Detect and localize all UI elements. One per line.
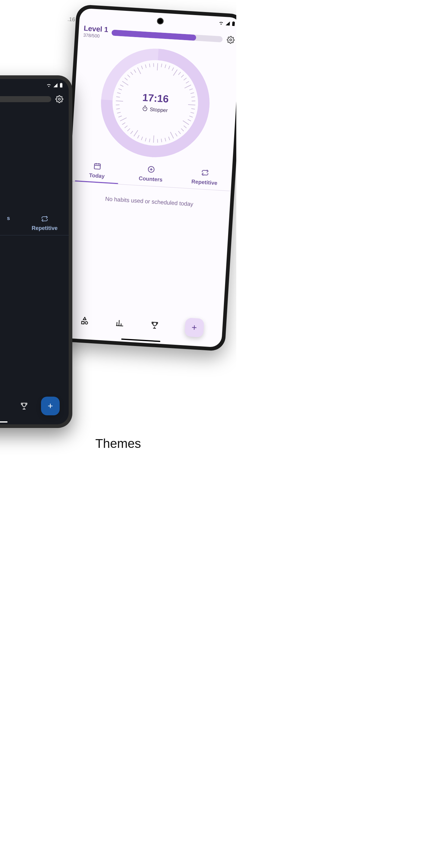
wifi-icon bbox=[46, 83, 51, 89]
settings-button[interactable] bbox=[55, 95, 64, 104]
repeat-icon bbox=[41, 215, 48, 224]
tab-today[interactable]: Today bbox=[70, 158, 125, 184]
phone-dark-screen: 5 per s Repetitive cheduled today bbox=[0, 79, 69, 424]
repeat-icon bbox=[201, 168, 209, 179]
nav-shapes[interactable] bbox=[80, 316, 90, 326]
scrap-text: .16 bbox=[67, 16, 75, 23]
tab-label: Counters bbox=[138, 176, 163, 183]
tab-label: Repetitive bbox=[191, 179, 217, 186]
phone-dark: 5 per s Repetitive cheduled today bbox=[0, 75, 72, 428]
svg-point-3 bbox=[230, 38, 232, 41]
nav-trophy[interactable] bbox=[19, 401, 29, 411]
settings-button[interactable] bbox=[226, 35, 236, 44]
stopper-row[interactable]: Stopper bbox=[142, 105, 168, 114]
clock-center: 17:16 Stopper bbox=[98, 45, 213, 160]
home-indicator[interactable] bbox=[0, 421, 7, 423]
svg-rect-7 bbox=[60, 83, 62, 87]
phone-light: Level 1 378/500 17:16 bbox=[56, 4, 236, 351]
trophy-icon bbox=[20, 402, 28, 410]
fab-add[interactable]: + bbox=[41, 397, 60, 415]
empty-message: cheduled today bbox=[0, 236, 69, 266]
bars-icon bbox=[115, 318, 124, 328]
nav-stats[interactable] bbox=[115, 318, 125, 328]
bottom-bar: + bbox=[0, 391, 69, 424]
phone-light-screen: Level 1 378/500 17:16 bbox=[60, 8, 236, 348]
plus-circle-icon bbox=[147, 165, 156, 175]
bottom-bar: + bbox=[60, 305, 223, 348]
svg-rect-5 bbox=[94, 164, 101, 169]
clock-area: 17:16 Stopper bbox=[71, 39, 236, 165]
gear-icon bbox=[56, 95, 63, 103]
wifi-icon bbox=[218, 20, 224, 26]
level-progress-fill bbox=[112, 30, 196, 41]
tab-repetitive[interactable]: Repetitive bbox=[21, 213, 69, 235]
svg-point-9 bbox=[59, 98, 61, 100]
clock-ring[interactable]: 17:16 Stopper bbox=[98, 45, 213, 160]
svg-rect-2 bbox=[233, 21, 234, 22]
status-bar bbox=[0, 79, 69, 92]
clock-time: 17:16 bbox=[142, 92, 169, 105]
svg-rect-8 bbox=[61, 83, 61, 84]
battery-icon bbox=[60, 83, 63, 89]
battery-icon bbox=[232, 21, 235, 27]
tab-label: Repetitive bbox=[32, 225, 58, 231]
tab-counters-fragment[interactable]: s bbox=[0, 213, 21, 235]
signal-icon bbox=[225, 21, 230, 27]
clock-area: 5 per bbox=[0, 106, 69, 210]
calendar-icon bbox=[93, 162, 101, 172]
level-progress-track bbox=[0, 96, 51, 102]
tab-label: s bbox=[7, 215, 10, 221]
stopwatch-icon bbox=[142, 105, 148, 113]
plus-icon: + bbox=[48, 401, 53, 411]
nav-trophy[interactable] bbox=[150, 320, 160, 330]
trophy-icon bbox=[150, 321, 159, 330]
tab-counters[interactable]: Counters bbox=[123, 161, 179, 188]
top-bar bbox=[0, 92, 69, 106]
svg-point-4 bbox=[143, 107, 147, 111]
tab-repetitive[interactable]: Repetitive bbox=[177, 165, 232, 191]
level-block: Level 1 378/500 bbox=[83, 24, 108, 39]
tabs: s Repetitive bbox=[0, 213, 69, 235]
fab-add[interactable]: + bbox=[184, 318, 204, 338]
plus-icon: + bbox=[191, 322, 197, 333]
svg-rect-1 bbox=[232, 22, 235, 26]
level-progress-track bbox=[112, 30, 223, 42]
shapes-icon bbox=[80, 316, 89, 326]
tab-label: Today bbox=[89, 173, 105, 180]
gear-icon bbox=[227, 36, 235, 44]
stopper-label: Stopper bbox=[150, 106, 168, 114]
caption: Themes bbox=[0, 436, 236, 451]
signal-icon bbox=[53, 83, 58, 89]
